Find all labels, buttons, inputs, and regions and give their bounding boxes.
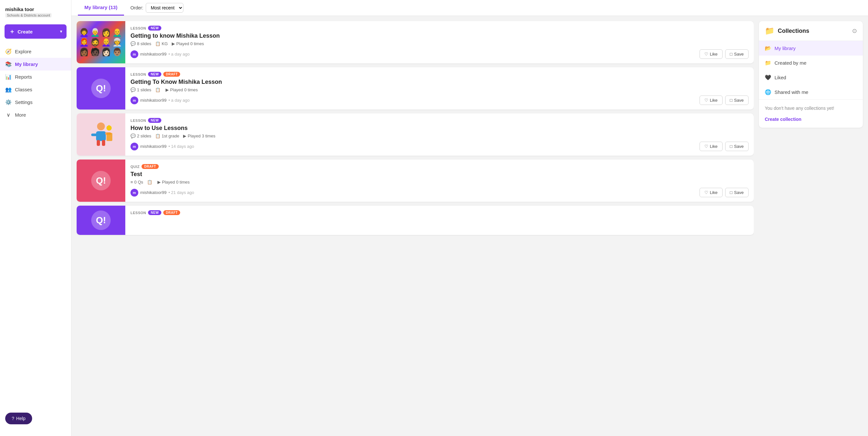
author-avatar: m — [130, 50, 138, 58]
meta-text: 2 slides — [137, 134, 151, 138]
like-label: Like — [710, 52, 718, 57]
meta-item: 💬 1 slides — [130, 87, 151, 92]
like-label: Like — [710, 98, 718, 103]
lesson-body: LESSON NEW Getting to know Mishika Lesso… — [125, 21, 754, 63]
author-avatar: m — [130, 96, 138, 104]
meta-icon: ▶ — [165, 87, 169, 92]
collections-nav: 📂 My library📁 Created by me🖤 Liked🌐 Shar… — [759, 41, 863, 99]
content-area: 👩‍🦱👨‍🦳👩👨‍🦲 👩‍🦰🧔👩‍🦲👳 👩🏾🧑🏿👩🏻👨🏽 LESSON NEW … — [71, 16, 868, 436]
sidebar-item-reports[interactable]: 📊 Reports — [0, 70, 71, 83]
lesson-author: m mishikatoor99 • 21 days ago — [130, 189, 194, 197]
author-time: • a day ago — [168, 98, 190, 103]
liked-coll-icon: 🖤 — [765, 75, 771, 81]
lesson-thumbnail — [76, 113, 125, 156]
my-library-icon: 📚 — [5, 61, 12, 67]
quiz-icon: Q! — [91, 171, 111, 191]
tab-my-library[interactable]: My library (13) — [78, 0, 124, 16]
save-button[interactable]: □ Save — [725, 142, 749, 151]
created-by-me-coll-icon: 📁 — [765, 60, 771, 66]
collection-nav-shared-with-me[interactable]: 🌐 Shared with me — [759, 85, 863, 99]
collection-nav-my-library[interactable]: 📂 My library — [759, 41, 863, 56]
like-button[interactable]: ♡ Like — [700, 142, 722, 151]
order-select[interactable]: Most recent Oldest A-Z Z-A — [146, 3, 183, 13]
sidebar-label-more: More — [15, 112, 26, 118]
lesson-thumb-diverse: 👩‍🦱👨‍🦳👩👨‍🦲 👩‍🦰🧔👩‍🦲👳 👩🏾🧑🏿👩🏻👨🏽 — [76, 21, 125, 63]
create-button[interactable]: ＋ Create ▾ — [4, 24, 66, 39]
heart-icon: ♡ — [704, 144, 708, 149]
like-label: Like — [710, 144, 718, 149]
save-button[interactable]: □ Save — [725, 49, 749, 59]
author-name: mishikatoor99 — [140, 190, 166, 195]
lesson-meta: 💬 1 slides 📋 ▶ Played 0 times — [130, 87, 748, 92]
lesson-actions: ♡ Like □ Save — [700, 95, 748, 105]
svg-rect-5 — [102, 140, 105, 146]
lesson-actions: ♡ Like □ Save — [700, 142, 748, 151]
lesson-thumbnail: Q! — [76, 206, 125, 235]
collections-chevron-button[interactable]: ⊙ — [852, 27, 857, 34]
lesson-body: LESSON NEWDRAFT — [125, 206, 754, 235]
author-name: mishikatoor99 — [140, 98, 166, 103]
sidebar-item-settings[interactable]: ⚙️ Settings — [0, 96, 71, 109]
sidebar-label-settings: Settings — [15, 99, 32, 105]
collection-nav-created-by-me[interactable]: 📁 Created by me — [759, 56, 863, 70]
collection-nav-liked[interactable]: 🖤 Liked — [759, 70, 863, 85]
lesson-actions: ♡ Like □ Save — [700, 188, 748, 197]
shared-with-me-coll-icon: 🌐 — [765, 89, 771, 95]
lesson-meta: 💬 8 slides 📋 KG ▶ Played 0 times — [130, 41, 748, 46]
meta-item: ▶ Played 0 times — [165, 87, 198, 92]
meta-icon: 💬 — [130, 41, 136, 46]
create-collection-link[interactable]: Create collection — [759, 117, 863, 128]
help-button[interactable]: ? Help — [5, 413, 32, 424]
sidebar-nav: 🧭 Explore📚 My library📊 Reports👥 Classes⚙… — [0, 45, 71, 121]
meta-icon: 💬 — [130, 87, 136, 92]
lesson-title: Getting to know Mishika Lesson — [130, 32, 748, 39]
sidebar-item-classes[interactable]: 👥 Classes — [0, 83, 71, 96]
like-button[interactable]: ♡ Like — [700, 188, 722, 197]
lesson-type: LESSON — [130, 26, 146, 30]
sidebar-item-more[interactable]: ∨ More — [0, 109, 71, 121]
sidebar-bottom: ? Help — [0, 407, 71, 430]
sidebar-item-my-library[interactable]: 📚 My library — [0, 58, 71, 70]
lesson-footer: m mishikatoor99 • 14 days ago ♡ Like □ S… — [130, 142, 748, 151]
author-avatar: m — [130, 189, 138, 197]
heart-icon: ♡ — [704, 52, 708, 57]
meta-text: Played 3 times — [188, 134, 215, 138]
lesson-type-row: QUIZ DRAFT — [130, 164, 748, 169]
collections-title-row: 📁 Collections — [765, 26, 809, 35]
lesson-type-row: LESSON NEW — [130, 118, 748, 123]
like-button[interactable]: ♡ Like — [700, 95, 722, 105]
sidebar-item-explore[interactable]: 🧭 Explore — [0, 45, 71, 58]
collection-label-shared-with-me: Shared with me — [775, 89, 808, 95]
svg-rect-4 — [97, 140, 100, 146]
save-button[interactable]: □ Save — [725, 188, 749, 197]
meta-icon: ▶ — [172, 41, 175, 46]
svg-rect-1 — [96, 131, 106, 141]
meta-text: 1st grade — [162, 134, 179, 138]
lesson-thumb-purple: Q! — [76, 67, 125, 110]
create-label: Create — [18, 29, 33, 34]
lesson-footer: m mishikatoor99 • 21 days ago ♡ Like □ S… — [130, 188, 748, 197]
meta-text: KG — [162, 41, 168, 46]
meta-text: Played 0 times — [176, 41, 204, 46]
meta-item: ▶ Played 0 times — [157, 180, 190, 184]
classes-icon: 👥 — [5, 86, 12, 93]
save-icon: □ — [730, 98, 733, 103]
no-collections-message: You don't have any collections yet! — [759, 100, 863, 117]
badge-new: NEW — [148, 118, 161, 123]
meta-icon: 💬 — [130, 134, 136, 138]
lesson-actions: ♡ Like □ Save — [700, 49, 748, 59]
meta-item: 📋 — [147, 180, 154, 184]
badge-draft: DRAFT — [142, 164, 158, 169]
like-label: Like — [710, 190, 718, 195]
lesson-meta: ≡ 0 Qs 📋 ▶ Played 0 times — [130, 180, 748, 184]
save-button[interactable]: □ Save — [725, 95, 749, 105]
lesson-body: LESSON NEWDRAFT Getting To Know Mishika … — [125, 67, 754, 110]
lessons-list: 👩‍🦱👨‍🦳👩👨‍🦲 👩‍🦰🧔👩‍🦲👳 👩🏾🧑🏿👩🏻👨🏽 LESSON NEW … — [76, 21, 754, 431]
svg-rect-2 — [91, 134, 97, 136]
lesson-title: How to Use Lessons — [130, 125, 748, 132]
badge-new: NEW — [148, 210, 161, 215]
like-button[interactable]: ♡ Like — [700, 49, 722, 59]
help-icon: ? — [12, 416, 14, 421]
sidebar-user: mishika toor Schools & Districts account — [0, 6, 71, 24]
lesson-card: Q! LESSON NEWDRAFT Getting To Know Mishi… — [76, 67, 754, 110]
